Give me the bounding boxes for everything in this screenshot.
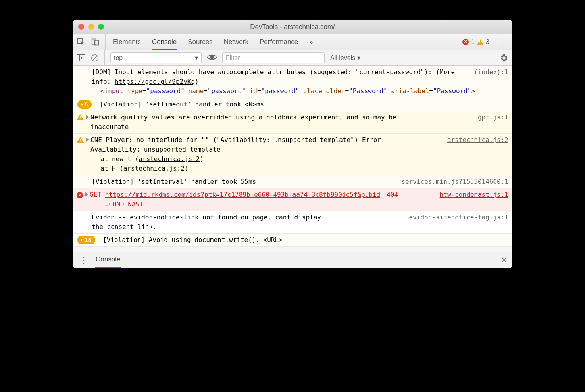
warning-count-icon[interactable]	[477, 39, 483, 45]
message-source-link[interactable]: (index):1	[474, 67, 508, 77]
stack-link[interactable]: arstechnica.js:2	[139, 155, 200, 163]
log-message: services.min.js?1555014600:1 [Violation]…	[73, 175, 512, 188]
close-drawer-icon[interactable]: ✕	[500, 255, 508, 265]
log-levels-selector[interactable]: All levels ▾	[330, 54, 360, 61]
warning-icon	[77, 137, 84, 143]
svg-line-7	[92, 56, 97, 60]
warning-message: gpt.js:1 Network quality values are over…	[73, 111, 512, 134]
live-expression-icon[interactable]	[207, 54, 217, 62]
expand-arrow-icon[interactable]	[86, 138, 89, 142]
warning-icon	[77, 114, 84, 120]
clear-console-icon[interactable]	[91, 54, 99, 62]
log-message: 18 [Violation] Avoid using document.writ…	[73, 234, 512, 247]
more-menu-icon[interactable]: ⋮	[496, 37, 508, 47]
svg-marker-10	[81, 238, 83, 242]
error-message: htw-condenast.js:1 ✕GET https://mid.rkdm…	[73, 188, 512, 211]
svg-marker-9	[81, 103, 83, 106]
info-link[interactable]: https://goo.gl/9p2vKq	[115, 78, 195, 85]
tab-performance[interactable]: Performance	[260, 38, 298, 46]
request-url-link[interactable]: https://mid.rkdms.com/ids?ptk=17c1789b-e…	[105, 190, 383, 209]
tab-console[interactable]: Console	[152, 38, 177, 50]
expand-arrow-icon[interactable]	[86, 115, 89, 119]
svg-marker-5	[81, 57, 83, 59]
log-message: evidon-sitenotice-tag.js:1 Evidon -- evi…	[73, 211, 512, 234]
window-title: DevTools - arstechnica.com/	[73, 23, 512, 31]
context-selector[interactable]: top ▾	[110, 52, 202, 63]
titlebar: DevTools - arstechnica.com/	[73, 20, 512, 34]
drawer-menu-icon[interactable]: ⋮	[77, 256, 90, 265]
expand-arrow-icon[interactable]	[85, 192, 88, 196]
devtools-window: DevTools - arstechnica.com/ Elements Con…	[73, 20, 512, 268]
filter-placeholder: Filter	[226, 54, 240, 61]
message-source-link[interactable]: arstechnica.js:2	[447, 135, 508, 145]
error-count-icon[interactable]: ✕	[462, 39, 469, 45]
message-source-link[interactable]: htw-condenast.js:1	[440, 190, 508, 200]
message-source-link[interactable]: services.min.js?1555014600:1	[401, 177, 508, 186]
show-sidebar-icon[interactable]	[77, 54, 85, 61]
drawer-tab-console[interactable]: Console	[95, 252, 121, 268]
drawer: ⋮ Console ✕	[73, 252, 512, 268]
tab-elements[interactable]: Elements	[113, 38, 141, 46]
console-toolbar: top ▾ Filter All levels ▾	[73, 50, 512, 66]
panel-tabbar: Elements Console Sources Network Perform…	[73, 34, 512, 50]
message-source-link[interactable]: gpt.js:1	[478, 113, 508, 122]
chevron-down-icon: ▾	[195, 54, 198, 61]
device-toolbar-icon[interactable]	[91, 38, 100, 46]
log-message: (index):1 [DOM] Input elements should ha…	[73, 66, 512, 98]
message-source-link[interactable]: evidon-sitenotice-tag.js:1	[409, 213, 508, 222]
warning-count: 3	[486, 38, 489, 46]
svg-rect-1	[92, 39, 96, 44]
filter-input[interactable]: Filter	[222, 52, 325, 63]
console-messages: (index):1 [DOM] Input elements should ha…	[73, 66, 512, 247]
error-count: 1	[471, 38, 475, 46]
svg-point-8	[210, 56, 214, 59]
log-message: 6 [Violation] 'setTimeout' handler took …	[73, 98, 512, 111]
context-selector-value: top	[114, 54, 123, 61]
tab-sources[interactable]: Sources	[188, 38, 212, 46]
tab-network[interactable]: Network	[224, 38, 248, 46]
expand-group-badge[interactable]: 18	[77, 236, 95, 244]
settings-icon[interactable]	[500, 54, 508, 62]
expand-group-badge[interactable]: 6	[77, 100, 92, 109]
warning-message: arstechnica.js:2 CNE Player: no interlud…	[73, 134, 512, 175]
stack-link[interactable]: arstechnica.js:2	[123, 165, 185, 172]
svg-rect-3	[77, 54, 85, 61]
inspect-element-icon[interactable]	[77, 38, 85, 46]
tab-overflow[interactable]: »	[309, 38, 313, 46]
error-icon: ✕	[77, 192, 83, 198]
